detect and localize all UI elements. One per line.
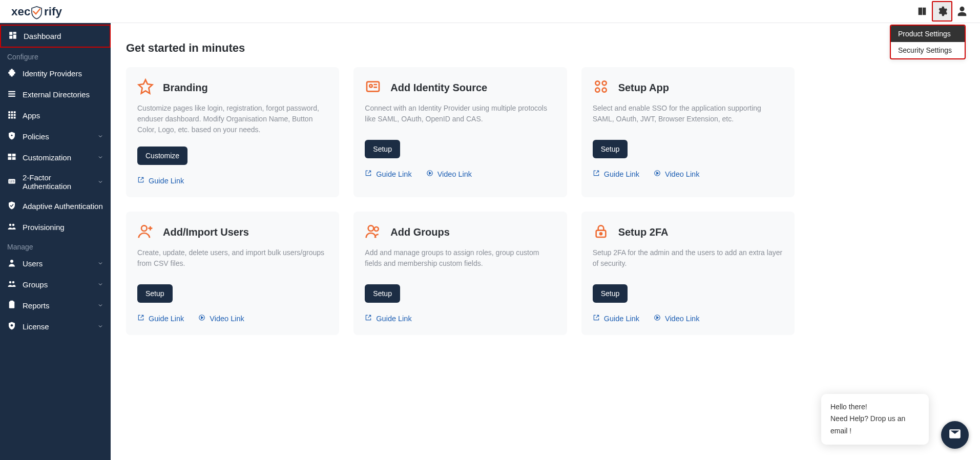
sidebar-item[interactable]: Users: [0, 253, 111, 274]
external-link-icon: [365, 314, 372, 323]
card-action-button[interactable]: Setup: [365, 140, 400, 158]
card-title: Branding: [163, 82, 208, 94]
settings-menu-item[interactable]: Security Settings: [891, 42, 965, 58]
svg-point-37: [602, 81, 606, 85]
play-icon: [654, 314, 661, 323]
guide-link[interactable]: Guide Link: [365, 170, 411, 178]
svg-rect-8: [8, 96, 15, 97]
sidebar-item-icon: [7, 258, 16, 269]
docs-icon[interactable]: [913, 3, 931, 20]
play-icon: [198, 314, 205, 323]
guide-link[interactable]: Guide Link: [365, 314, 411, 323]
svg-text:xec: xec: [11, 5, 30, 18]
settings-menu-item[interactable]: Product Settings: [891, 26, 965, 42]
video-link[interactable]: Video Link: [654, 314, 699, 323]
svg-rect-9: [8, 111, 10, 113]
card-description: Select and enable SSO for the applicatio…: [593, 103, 783, 129]
chat-popup: Hello there! Need Help? Drop us an email…: [821, 394, 929, 445]
settings-dropdown: Product SettingsSecurity Settings: [890, 25, 966, 59]
external-link-icon: [365, 170, 372, 178]
card: Setup AppSelect and enable SSO for the a…: [581, 67, 795, 197]
lock-icon: [593, 223, 609, 241]
sidebar-item[interactable]: Policies: [0, 126, 111, 147]
sidebar-item-icon: [7, 131, 16, 142]
sidebar-item-dashboard[interactable]: Dashboard: [0, 25, 111, 48]
gear-icon[interactable]: [932, 1, 952, 22]
card-action-button[interactable]: Setup: [365, 284, 400, 303]
sidebar-item[interactable]: License: [0, 316, 111, 337]
mail-icon: [948, 427, 962, 443]
guide-link[interactable]: Guide Link: [593, 314, 639, 323]
svg-rect-21: [8, 157, 12, 160]
user-plus-icon: [137, 223, 154, 241]
svg-point-26: [12, 224, 15, 226]
sidebar-item-icon: [7, 110, 16, 121]
guide-link[interactable]: Guide Link: [137, 176, 184, 185]
video-link[interactable]: Video Link: [426, 170, 472, 178]
card-title: Setup App: [618, 82, 669, 94]
svg-rect-11: [14, 111, 16, 113]
svg-rect-15: [8, 117, 10, 119]
sidebar-item-label: Adaptive Authentication: [23, 202, 103, 211]
sidebar-section-manage: Manage: [0, 238, 111, 253]
svg-rect-30: [9, 301, 15, 308]
sidebar-item[interactable]: Reports: [0, 295, 111, 316]
card-action-button[interactable]: Customize: [137, 147, 187, 165]
sidebar-item[interactable]: Identity Providers: [0, 63, 111, 84]
brand-logo[interactable]: xec rify: [0, 2, 89, 20]
video-link[interactable]: Video Link: [654, 170, 699, 178]
star-icon: [137, 78, 154, 97]
svg-point-27: [10, 260, 13, 263]
sidebar-item-icon: [7, 321, 16, 332]
svg-point-41: [141, 225, 147, 231]
svg-rect-31: [10, 301, 13, 302]
sidebar-item[interactable]: External Directories: [0, 84, 111, 105]
card-action-button[interactable]: Setup: [137, 284, 173, 303]
play-icon: [426, 170, 433, 178]
apps-grid-icon: [593, 78, 609, 97]
card: Setup 2FASetup 2FA for the admin and the…: [581, 212, 795, 335]
chevron-down-icon: [97, 153, 103, 162]
sidebar-item[interactable]: Apps: [0, 105, 111, 126]
external-link-icon: [137, 314, 144, 323]
svg-point-25: [9, 224, 12, 226]
sidebar-item-label: Apps: [23, 111, 40, 120]
sidebar-item-label: Provisioning: [23, 223, 65, 232]
cards-grid: BrandingCustomize pages like login, regi…: [126, 67, 795, 335]
card-action-button[interactable]: Setup: [593, 284, 628, 303]
svg-rect-14: [14, 114, 16, 116]
sidebar-item-label: Customization: [23, 153, 71, 162]
svg-rect-13: [11, 114, 13, 116]
svg-rect-22: [12, 157, 16, 160]
sidebar-item-label: Groups: [23, 280, 48, 289]
video-link[interactable]: Video Link: [198, 314, 244, 323]
card-action-button[interactable]: Setup: [593, 140, 628, 158]
chat-line-1: Hello there!: [830, 401, 920, 413]
external-link-icon: [137, 176, 144, 185]
chat-line-2: Need Help? Drop us an email !: [830, 413, 920, 437]
chat-fab-button[interactable]: [941, 421, 969, 449]
user-icon[interactable]: [953, 3, 971, 20]
svg-rect-10: [11, 111, 13, 113]
sidebar-item[interactable]: Adaptive Authentication: [0, 196, 111, 217]
sidebar-item[interactable]: Provisioning: [0, 217, 111, 238]
svg-rect-33: [367, 82, 379, 92]
sidebar-item-label: Policies: [23, 132, 49, 141]
sidebar-item-label: License: [23, 322, 49, 331]
guide-link[interactable]: Guide Link: [137, 314, 184, 323]
sidebar-item[interactable]: 1232-Factor Authentication: [0, 168, 111, 196]
chevron-down-icon: [97, 322, 103, 331]
sidebar-item-label: Dashboard: [24, 32, 61, 40]
chevron-down-icon: [97, 280, 103, 289]
svg-rect-12: [8, 114, 10, 116]
sidebar: Dashboard Configure Identity ProvidersEx…: [0, 23, 111, 460]
svg-rect-17: [14, 117, 16, 119]
topbar: xec rify Product SettingsSecurity Settin…: [0, 0, 980, 23]
svg-point-39: [602, 88, 606, 92]
card: BrandingCustomize pages like login, regi…: [126, 67, 339, 197]
svg-rect-2: [9, 32, 12, 35]
sidebar-item[interactable]: Customization: [0, 147, 111, 168]
guide-link[interactable]: Guide Link: [593, 170, 639, 178]
sidebar-item-label: 2-Factor Authentication: [23, 173, 91, 191]
sidebar-item[interactable]: Groups: [0, 274, 111, 295]
